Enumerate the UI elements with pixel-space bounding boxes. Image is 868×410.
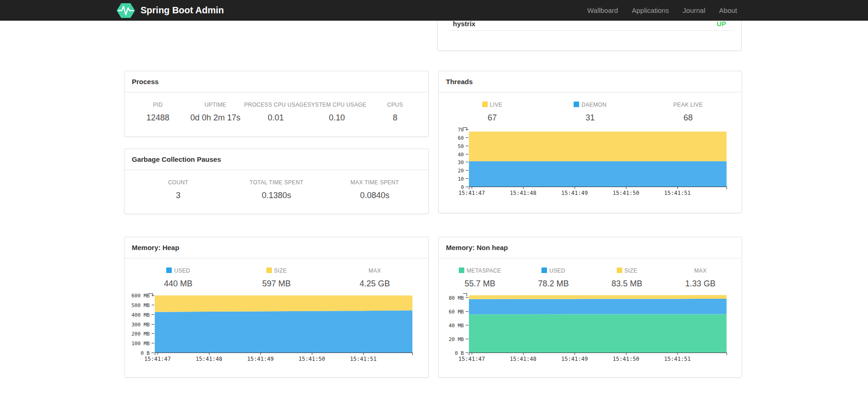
memory-nonheap-panel: Memory: Non heap METASPACE 55.7 MB USED …: [438, 237, 742, 378]
nav-links: Wallboard Applications Journal About: [581, 0, 744, 21]
svg-text:20 MB: 20 MB: [449, 336, 464, 342]
heap-legend: USED 440 MB SIZE 597 MB MAX 4.25 GB: [124, 258, 428, 289]
gc-panel: Garbage Collection Pauses COUNT 3 TOTAL …: [124, 148, 429, 214]
svg-text:15:41:51: 15:41:51: [664, 190, 691, 196]
svg-text:600 MB: 600 MB: [131, 293, 150, 299]
metric-threads-peak: PEAK LIVE 68: [639, 102, 737, 123]
gc-metrics: COUNT 3 TOTAL TIME SPENT 0.1380s MAX TIM…: [124, 170, 428, 200]
metric-gc-max-time: MAX TIME SPENT 0.0840s: [326, 179, 424, 200]
svg-text:0 B: 0 B: [141, 350, 150, 356]
metric-gc-total-time: TOTAL TIME SPENT 0.1380s: [227, 179, 326, 200]
metric-threads-live: LIVE 67: [443, 102, 541, 123]
navbar: Spring Boot Admin Wallboard Applications…: [0, 0, 868, 21]
svg-text:100 MB: 100 MB: [131, 341, 150, 347]
metric-process-cpu: PROCESS CPU USAGE 0.01: [244, 102, 308, 123]
size-swatch-icon: [266, 268, 272, 273]
svg-text:15:41:49: 15:41:49: [247, 356, 274, 362]
used-swatch-icon: [166, 268, 172, 273]
app-logo-icon: [116, 1, 136, 20]
process-panel: Process PID 12488 UPTIME 0d 0h 2m 17s PR…: [124, 71, 429, 137]
svg-text:0: 0: [461, 184, 464, 190]
threads-panel: Threads LIVE 67 DAEMON 31 PEAK LIVE 68 0…: [438, 71, 742, 213]
svg-text:15:41:47: 15:41:47: [458, 190, 485, 196]
svg-text:15:41:49: 15:41:49: [561, 356, 588, 362]
metric-nonheap-used: USED 78.2 MB: [517, 268, 590, 289]
memory-nonheap-panel-title: Memory: Non heap: [439, 237, 742, 258]
svg-text:40 MB: 40 MB: [449, 323, 464, 329]
memory-heap-chart: 0 B100 MB200 MB300 MB400 MB500 MB600 MB1…: [124, 292, 428, 362]
threads-panel-title: Threads: [439, 71, 742, 92]
metaspace-swatch-icon: [459, 268, 464, 273]
memory-nonheap-chart: 0 B20 MB40 MB60 MB80 MB15:41:4715:41:481…: [439, 292, 742, 362]
brand-title: Spring Boot Admin: [141, 5, 224, 16]
metric-uptime: UPTIME 0d 0h 2m 17s: [186, 102, 244, 123]
nav-item-about[interactable]: About: [712, 0, 744, 21]
svg-text:200 MB: 200 MB: [131, 331, 150, 337]
nonheap-legend: METASPACE 55.7 MB USED 78.2 MB SIZE 83.5…: [439, 258, 742, 289]
nav-item-applications[interactable]: Applications: [625, 0, 676, 21]
svg-text:0 B: 0 B: [455, 350, 464, 356]
metric-metaspace: METASPACE 55.7 MB: [443, 268, 517, 289]
navbar-inner: Spring Boot Admin Wallboard Applications…: [124, 0, 744, 21]
metric-cpus: CPUS 8: [366, 102, 424, 123]
svg-text:60: 60: [458, 135, 464, 141]
svg-text:15:41:47: 15:41:47: [144, 356, 171, 362]
svg-text:20: 20: [458, 168, 464, 174]
svg-text:15:41:50: 15:41:50: [299, 356, 325, 362]
process-metrics: PID 12488 UPTIME 0d 0h 2m 17s PROCESS CP…: [124, 92, 428, 123]
svg-text:10: 10: [458, 176, 464, 182]
metric-heap-max: MAX 4.25 GB: [326, 268, 424, 289]
svg-text:300 MB: 300 MB: [131, 322, 150, 328]
svg-text:15:41:49: 15:41:49: [561, 190, 588, 196]
svg-text:15:41:50: 15:41:50: [613, 356, 639, 362]
metric-pid: PID 12488: [129, 102, 186, 123]
metric-nonheap-max: MAX 1.33 GB: [664, 268, 737, 289]
used-swatch-icon: [541, 268, 547, 273]
threads-chart: 01020304050607015:41:4715:41:4815:41:491…: [439, 126, 742, 196]
nav-item-journal[interactable]: Journal: [676, 0, 712, 21]
live-swatch-icon: [482, 102, 488, 107]
brand-link[interactable]: Spring Boot Admin: [116, 1, 224, 20]
gc-panel-title: Garbage Collection Pauses: [124, 149, 428, 170]
svg-text:50: 50: [458, 143, 464, 149]
svg-text:500 MB: 500 MB: [131, 302, 150, 308]
svg-text:15:41:48: 15:41:48: [510, 190, 536, 196]
svg-text:40: 40: [458, 152, 464, 158]
page-content: hystrix UP Process PID 12488 UPTIME 0d 0…: [124, 0, 744, 410]
svg-text:60 MB: 60 MB: [449, 309, 464, 315]
svg-text:15:41:51: 15:41:51: [350, 356, 377, 362]
svg-text:15:41:48: 15:41:48: [510, 356, 536, 362]
process-panel-title: Process: [124, 71, 428, 92]
size-swatch-icon: [617, 268, 622, 273]
memory-heap-panel: Memory: Heap USED 440 MB SIZE 597 MB MAX…: [124, 237, 429, 378]
metric-heap-size: SIZE 597 MB: [227, 268, 326, 289]
svg-text:30: 30: [458, 159, 464, 165]
svg-text:15:41:47: 15:41:47: [458, 356, 485, 362]
metric-threads-daemon: DAEMON 31: [541, 102, 639, 123]
svg-text:80 MB: 80 MB: [449, 295, 464, 301]
daemon-swatch-icon: [574, 102, 579, 107]
metric-gc-count: COUNT 3: [129, 179, 227, 200]
svg-text:15:41:48: 15:41:48: [196, 356, 222, 362]
metric-heap-used: USED 440 MB: [129, 268, 227, 289]
memory-heap-panel-title: Memory: Heap: [124, 237, 428, 258]
nav-item-wallboard[interactable]: Wallboard: [581, 0, 625, 21]
threads-legend: LIVE 67 DAEMON 31 PEAK LIVE 68: [439, 92, 742, 123]
svg-text:15:41:51: 15:41:51: [664, 356, 691, 362]
metric-nonheap-size: SIZE 83.5 MB: [590, 268, 664, 289]
svg-text:400 MB: 400 MB: [131, 312, 150, 318]
metric-system-cpu: SYSTEM CPU USAGE 0.10: [308, 102, 366, 123]
svg-text:15:41:50: 15:41:50: [613, 190, 639, 196]
